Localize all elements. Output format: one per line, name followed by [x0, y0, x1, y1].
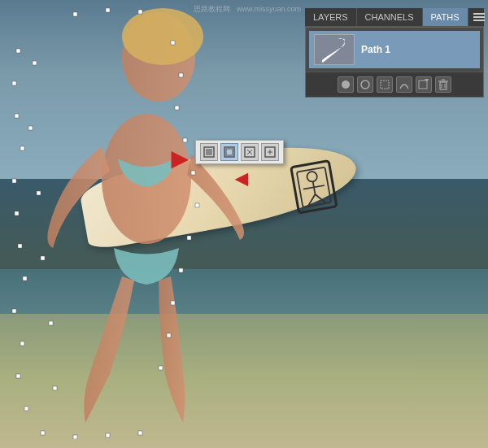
svg-rect-15: [18, 244, 22, 248]
fill-path-icon[interactable]: [338, 76, 354, 93]
panels-container: LAYERS CHANNELS PATHS Path 1: [305, 8, 484, 98]
svg-rect-14: [15, 211, 19, 215]
svg-rect-58: [381, 80, 389, 89]
stroke-path-icon[interactable]: [357, 76, 373, 93]
path-item-1-label: Path 1: [361, 44, 390, 55]
paths-panel-toolbar: [306, 72, 483, 97]
watermark: 思路教程网 www.missyuan.com: [194, 4, 301, 15]
panel-tabs: LAYERS CHANNELS PATHS: [305, 8, 484, 27]
paths-panel-body: Path 1: [305, 27, 484, 98]
tab-layers[interactable]: LAYERS: [305, 8, 357, 26]
svg-point-1: [306, 171, 317, 182]
delete-path-icon[interactable]: [435, 76, 451, 93]
svg-rect-62: [440, 82, 447, 89]
svg-rect-48: [226, 149, 233, 155]
svg-point-57: [361, 80, 369, 89]
tab-paths[interactable]: PATHS: [423, 8, 468, 26]
floating-toolbar[interactable]: [195, 140, 284, 164]
toolbar-icon-4[interactable]: [261, 143, 279, 161]
tab-channels[interactable]: CHANNELS: [357, 8, 423, 26]
toolbar-icon-1[interactable]: [200, 143, 218, 161]
woman-figure: [33, 0, 260, 439]
svg-point-8: [122, 8, 203, 65]
arrow-up-indicator: ▲: [228, 168, 254, 191]
make-work-path-icon[interactable]: [396, 76, 412, 93]
svg-point-56: [342, 80, 350, 89]
svg-rect-55: [315, 35, 353, 64]
svg-rect-59: [419, 80, 427, 89]
toolbar-icon-3[interactable]: [241, 143, 259, 161]
svg-rect-13: [12, 179, 16, 183]
path-item-1[interactable]: Path 1: [309, 31, 480, 68]
panel-menu-icon[interactable]: [473, 12, 486, 22]
toolbar-icon-2[interactable]: [220, 143, 238, 161]
svg-rect-46: [206, 149, 212, 155]
surfboard-symbol: [290, 159, 338, 215]
add-layer-mask-icon[interactable]: [416, 76, 432, 93]
panel-tab-icons: [468, 10, 488, 24]
path-thumbnail-1: [314, 34, 355, 65]
load-selection-icon[interactable]: [377, 76, 393, 93]
arrow-left-indicator: ◀: [171, 145, 189, 172]
